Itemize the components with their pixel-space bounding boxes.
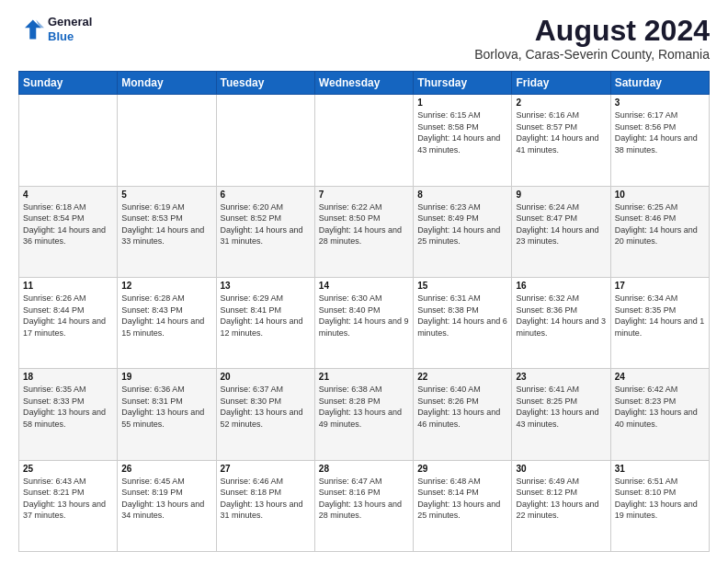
calendar-cell: 1Sunrise: 6:15 AM Sunset: 8:58 PM Daylig… [414,95,512,186]
day-number: 11 [23,281,113,291]
calendar-cell: 3Sunrise: 6:17 AM Sunset: 8:56 PM Daylig… [610,95,709,186]
day-info: Sunrise: 6:24 AM Sunset: 8:47 PM Dayligh… [516,201,606,247]
calendar-cell: 11Sunrise: 6:26 AM Sunset: 8:44 PM Dayli… [19,277,118,368]
logo-line1: General [48,15,92,29]
day-number: 14 [319,281,409,291]
header: General Blue August 2024 Borlova, Caras-… [18,15,710,62]
calendar-cell: 31Sunrise: 6:51 AM Sunset: 8:10 PM Dayli… [610,460,709,551]
day-info: Sunrise: 6:51 AM Sunset: 8:10 PM Dayligh… [615,476,705,522]
page: General Blue August 2024 Borlova, Caras-… [0,0,728,563]
day-info: Sunrise: 6:26 AM Sunset: 8:44 PM Dayligh… [23,293,113,339]
calendar-cell: 10Sunrise: 6:25 AM Sunset: 8:46 PM Dayli… [610,186,709,277]
day-info: Sunrise: 6:37 AM Sunset: 8:30 PM Dayligh… [221,384,311,430]
day-info: Sunrise: 6:30 AM Sunset: 8:40 PM Dayligh… [319,293,409,339]
day-number: 22 [417,372,507,382]
day-info: Sunrise: 6:17 AM Sunset: 8:56 PM Dayligh… [615,109,705,155]
day-info: Sunrise: 6:42 AM Sunset: 8:23 PM Dayligh… [615,384,705,430]
day-number: 6 [221,190,311,200]
day-info: Sunrise: 6:47 AM Sunset: 8:16 PM Dayligh… [319,476,409,522]
calendar-cell: 25Sunrise: 6:43 AM Sunset: 8:21 PM Dayli… [19,460,118,551]
logo: General Blue [18,15,92,43]
calendar-cell [19,95,118,186]
calendar-cell: 4Sunrise: 6:18 AM Sunset: 8:54 PM Daylig… [19,186,118,277]
col-saturday: Saturday [610,72,709,95]
calendar-cell: 30Sunrise: 6:49 AM Sunset: 8:12 PM Dayli… [512,460,610,551]
day-number: 27 [221,464,311,474]
day-info: Sunrise: 6:18 AM Sunset: 8:54 PM Dayligh… [23,201,113,247]
day-number: 13 [221,281,311,291]
day-info: Sunrise: 6:36 AM Sunset: 8:31 PM Dayligh… [121,384,211,430]
calendar-cell: 9Sunrise: 6:24 AM Sunset: 8:47 PM Daylig… [512,186,610,277]
day-info: Sunrise: 6:48 AM Sunset: 8:14 PM Dayligh… [417,476,507,522]
day-number: 12 [121,281,211,291]
day-number: 5 [121,190,211,200]
calendar-cell: 15Sunrise: 6:31 AM Sunset: 8:38 PM Dayli… [414,277,512,368]
subtitle: Borlova, Caras-Severin County, Romania [474,47,710,62]
day-info: Sunrise: 6:20 AM Sunset: 8:52 PM Dayligh… [221,201,311,247]
logo-icon [18,17,44,42]
calendar-cell: 23Sunrise: 6:41 AM Sunset: 8:25 PM Dayli… [512,369,610,460]
day-number: 21 [319,372,409,382]
title-block: August 2024 Borlova, Caras-Severin Count… [474,15,710,62]
day-number: 2 [516,98,606,108]
day-number: 4 [23,190,113,200]
calendar-cell: 19Sunrise: 6:36 AM Sunset: 8:31 PM Dayli… [118,369,216,460]
day-info: Sunrise: 6:49 AM Sunset: 8:12 PM Dayligh… [516,476,606,522]
calendar-cell: 12Sunrise: 6:28 AM Sunset: 8:43 PM Dayli… [118,277,216,368]
day-info: Sunrise: 6:15 AM Sunset: 8:58 PM Dayligh… [417,109,507,155]
day-info: Sunrise: 6:32 AM Sunset: 8:36 PM Dayligh… [516,293,606,339]
day-info: Sunrise: 6:41 AM Sunset: 8:25 PM Dayligh… [516,384,606,430]
calendar-week-5: 25Sunrise: 6:43 AM Sunset: 8:21 PM Dayli… [19,460,710,551]
calendar-week-3: 11Sunrise: 6:26 AM Sunset: 8:44 PM Dayli… [19,277,710,368]
calendar-cell: 6Sunrise: 6:20 AM Sunset: 8:52 PM Daylig… [216,186,314,277]
day-info: Sunrise: 6:22 AM Sunset: 8:50 PM Dayligh… [319,201,409,247]
col-tuesday: Tuesday [216,72,314,95]
calendar-table: Sunday Monday Tuesday Wednesday Thursday… [18,71,710,552]
day-number: 28 [319,464,409,474]
day-info: Sunrise: 6:40 AM Sunset: 8:26 PM Dayligh… [417,384,507,430]
calendar-cell: 7Sunrise: 6:22 AM Sunset: 8:50 PM Daylig… [314,186,413,277]
calendar-cell: 14Sunrise: 6:30 AM Sunset: 8:40 PM Dayli… [314,277,413,368]
calendar-week-4: 18Sunrise: 6:35 AM Sunset: 8:33 PM Dayli… [19,369,710,460]
day-number: 25 [23,464,113,474]
calendar-cell: 16Sunrise: 6:32 AM Sunset: 8:36 PM Dayli… [512,277,610,368]
calendar-cell: 5Sunrise: 6:19 AM Sunset: 8:53 PM Daylig… [118,186,216,277]
day-number: 1 [417,98,507,108]
day-number: 3 [615,98,705,108]
col-monday: Monday [118,72,216,95]
calendar-cell: 29Sunrise: 6:48 AM Sunset: 8:14 PM Dayli… [414,460,512,551]
calendar-cell: 27Sunrise: 6:46 AM Sunset: 8:18 PM Dayli… [216,460,314,551]
day-info: Sunrise: 6:46 AM Sunset: 8:18 PM Dayligh… [221,476,311,522]
calendar-cell: 18Sunrise: 6:35 AM Sunset: 8:33 PM Dayli… [19,369,118,460]
col-sunday: Sunday [19,72,118,95]
calendar-cell: 20Sunrise: 6:37 AM Sunset: 8:30 PM Dayli… [216,369,314,460]
day-number: 20 [221,372,311,382]
day-number: 9 [516,190,606,200]
day-number: 7 [319,190,409,200]
day-info: Sunrise: 6:23 AM Sunset: 8:49 PM Dayligh… [417,201,507,247]
day-number: 19 [121,372,211,382]
calendar-header-row: Sunday Monday Tuesday Wednesday Thursday… [19,72,710,95]
day-number: 30 [516,464,606,474]
calendar-cell: 21Sunrise: 6:38 AM Sunset: 8:28 PM Dayli… [314,369,413,460]
day-info: Sunrise: 6:31 AM Sunset: 8:38 PM Dayligh… [417,293,507,339]
day-number: 8 [417,190,507,200]
calendar-cell: 28Sunrise: 6:47 AM Sunset: 8:16 PM Dayli… [314,460,413,551]
logo-text: General Blue [48,15,92,43]
calendar-cell [118,95,216,186]
day-info: Sunrise: 6:35 AM Sunset: 8:33 PM Dayligh… [23,384,113,430]
calendar-cell: 26Sunrise: 6:45 AM Sunset: 8:19 PM Dayli… [118,460,216,551]
logo-line2: Blue [48,29,92,44]
calendar-cell: 13Sunrise: 6:29 AM Sunset: 8:41 PM Dayli… [216,277,314,368]
day-number: 24 [615,372,705,382]
day-info: Sunrise: 6:45 AM Sunset: 8:19 PM Dayligh… [121,476,211,522]
day-number: 15 [417,281,507,291]
day-number: 23 [516,372,606,382]
calendar-cell: 24Sunrise: 6:42 AM Sunset: 8:23 PM Dayli… [610,369,709,460]
calendar-cell: 22Sunrise: 6:40 AM Sunset: 8:26 PM Dayli… [414,369,512,460]
col-wednesday: Wednesday [314,72,413,95]
day-info: Sunrise: 6:19 AM Sunset: 8:53 PM Dayligh… [121,201,211,247]
day-number: 18 [23,372,113,382]
day-info: Sunrise: 6:29 AM Sunset: 8:41 PM Dayligh… [221,293,311,339]
day-number: 26 [121,464,211,474]
